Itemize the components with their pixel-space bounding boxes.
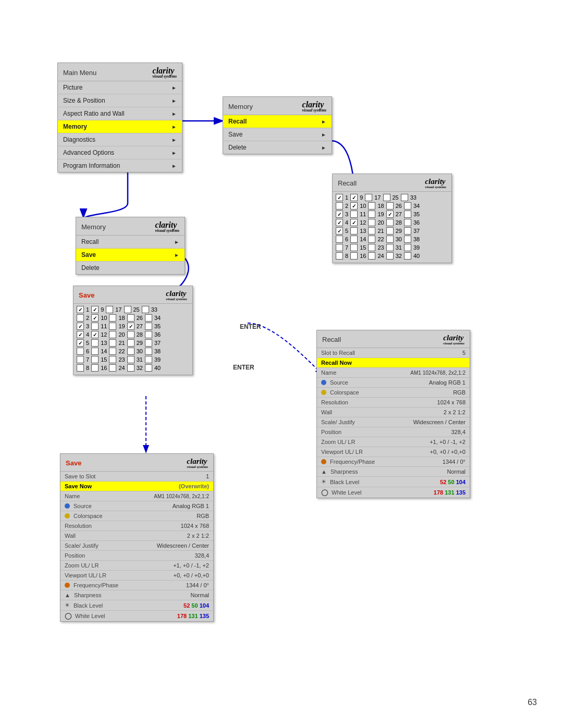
- cb-6[interactable]: [336, 236, 343, 243]
- save-cb-7[interactable]: [77, 356, 84, 363]
- menu-item-diagnostics[interactable]: Diagnostics ►: [58, 133, 182, 146]
- save-cb-18[interactable]: [109, 314, 116, 322]
- cb-23[interactable]: [368, 244, 375, 251]
- cb-25[interactable]: [383, 194, 390, 201]
- cb-15[interactable]: [350, 244, 358, 251]
- cb-26[interactable]: [386, 202, 394, 209]
- cb-33[interactable]: [401, 194, 408, 201]
- save-cb-29[interactable]: [127, 339, 134, 347]
- cb-36[interactable]: [404, 219, 411, 226]
- cb-17[interactable]: [365, 194, 372, 201]
- arrow-icon: ►: [172, 124, 177, 130]
- save-cb-1[interactable]: ✓: [77, 306, 84, 313]
- memory-recall-bottom[interactable]: Recall ►: [76, 236, 185, 249]
- save-cb-24[interactable]: [109, 364, 116, 372]
- save-cb-17[interactable]: [106, 306, 113, 313]
- cb-19[interactable]: [368, 211, 375, 218]
- save-cb-21[interactable]: [109, 339, 116, 347]
- save-cb-5[interactable]: ✓: [77, 339, 84, 347]
- menu-item-memory[interactable]: Memory ►: [58, 120, 182, 133]
- cb-7[interactable]: [336, 244, 343, 251]
- cb-24[interactable]: [368, 252, 375, 260]
- menu-item-aspect-ratio[interactable]: Aspect Ratio and Wall ►: [58, 107, 182, 120]
- cb-20[interactable]: [368, 219, 375, 226]
- cb-31[interactable]: [386, 244, 394, 251]
- menu-item-advanced-options[interactable]: Advanced Options ►: [58, 146, 182, 159]
- cb-14[interactable]: [350, 236, 358, 243]
- save-cb-12[interactable]: ✓: [91, 331, 99, 338]
- menu-item-picture[interactable]: Picture ►: [58, 81, 182, 94]
- save-cb-16[interactable]: [91, 364, 99, 372]
- save-cb-39[interactable]: [145, 356, 152, 363]
- cb-32[interactable]: [386, 252, 394, 260]
- save-grid-header: Save clarityvisual systems: [74, 286, 192, 304]
- memory-save-bottom[interactable]: Save ►: [76, 249, 185, 262]
- save-cb-14[interactable]: [91, 348, 99, 355]
- memory-delete-item-top[interactable]: Delete ►: [223, 141, 332, 154]
- cb-16[interactable]: [350, 252, 358, 260]
- cb-38[interactable]: [404, 236, 411, 243]
- save-cb-22[interactable]: [109, 348, 116, 355]
- save-cb-9[interactable]: ✓: [91, 306, 99, 313]
- cb-2[interactable]: [336, 202, 343, 209]
- memory-delete-bottom[interactable]: Delete: [76, 262, 185, 274]
- save-cb-8[interactable]: [77, 364, 84, 372]
- save-cb-13[interactable]: [91, 339, 99, 347]
- save-cb-40[interactable]: [145, 364, 152, 372]
- save-cb-32[interactable]: [127, 364, 134, 372]
- save-cb-4[interactable]: ✓: [77, 331, 84, 338]
- save-cb-3[interactable]: ✓: [77, 323, 84, 330]
- cb-37[interactable]: [404, 227, 411, 235]
- save-cb-38[interactable]: [145, 348, 152, 355]
- save-cb-26[interactable]: [127, 314, 134, 322]
- save-cb-15[interactable]: [91, 356, 99, 363]
- cb-5[interactable]: ✓: [336, 227, 343, 235]
- save-cb-6[interactable]: [77, 348, 84, 355]
- save-cb-23[interactable]: [109, 356, 116, 363]
- cb-1[interactable]: ✓: [336, 194, 343, 201]
- cb-18[interactable]: [368, 202, 375, 209]
- cb-11[interactable]: [350, 211, 358, 218]
- cb-35[interactable]: [404, 211, 411, 218]
- save-cb-35[interactable]: [145, 323, 152, 330]
- cb-12[interactable]: ✓: [350, 219, 358, 226]
- cb-4[interactable]: ✓: [336, 219, 343, 226]
- cb-34[interactable]: [404, 202, 411, 209]
- recall-now[interactable]: Recall Now: [317, 358, 470, 368]
- save-cb-30[interactable]: [127, 348, 134, 355]
- cb-28[interactable]: [386, 219, 394, 226]
- cb-39[interactable]: [404, 244, 411, 251]
- save-black-level: ☀Black Level 52 50 104: [60, 600, 213, 611]
- save-cb-27[interactable]: ✓: [127, 323, 134, 330]
- save-cb-37[interactable]: [145, 339, 152, 347]
- memory-save-item-top[interactable]: Save ►: [223, 128, 332, 141]
- save-cb-34[interactable]: [145, 314, 152, 322]
- cb-30[interactable]: [386, 236, 394, 243]
- save-cb-25[interactable]: [124, 306, 131, 313]
- cb-40[interactable]: [404, 252, 411, 260]
- menu-item-program-info[interactable]: Program Information ►: [58, 159, 182, 172]
- cb-29[interactable]: [386, 227, 394, 235]
- cb-3[interactable]: ✓: [336, 211, 343, 218]
- cb-10[interactable]: ✓: [350, 202, 358, 209]
- save-now[interactable]: Save Now (Overwrite): [60, 482, 213, 491]
- cb-21[interactable]: [368, 227, 375, 235]
- cb-9[interactable]: ✓: [350, 194, 358, 201]
- recall-detail-title: Recall: [322, 336, 341, 343]
- save-cb-19[interactable]: [109, 323, 116, 330]
- menu-item-size-position[interactable]: Size & Position ►: [58, 94, 182, 107]
- save-cb-10[interactable]: ✓: [91, 314, 99, 322]
- save-cb-33[interactable]: [142, 306, 149, 313]
- cb-22[interactable]: [368, 236, 375, 243]
- save-cb-36[interactable]: [145, 331, 152, 338]
- cb-27[interactable]: ✓: [386, 211, 394, 218]
- save-cb-2[interactable]: [77, 314, 84, 322]
- memory-recall-item[interactable]: Recall ►: [223, 115, 332, 128]
- save-cb-28[interactable]: [127, 331, 134, 338]
- cb-8[interactable]: [336, 252, 343, 260]
- save-cb-20[interactable]: [109, 331, 116, 338]
- cb-13[interactable]: [350, 227, 358, 235]
- recall-top-logo: clarityvisual systems: [425, 177, 446, 189]
- save-cb-11[interactable]: [91, 323, 99, 330]
- save-cb-31[interactable]: [127, 356, 134, 363]
